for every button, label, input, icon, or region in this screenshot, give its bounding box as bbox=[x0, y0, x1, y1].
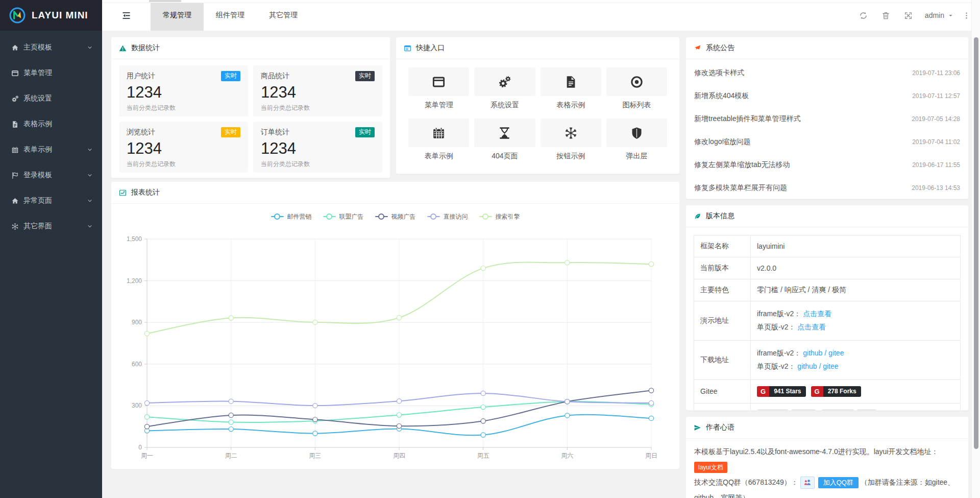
main-content: 数据统计 用户统计实时1234当前分类总记录数商品统计实时1234当前分类总记录… bbox=[102, 31, 972, 498]
announcement-date: 2019-07-05 14:28 bbox=[912, 115, 960, 123]
tab-bar: 常规管理组件管理其它管理 bbox=[151, 0, 310, 31]
stat-card-desc: 当前分类总记录数 bbox=[127, 104, 240, 112]
quick-entry-tile[interactable] bbox=[541, 67, 601, 96]
svg-text:周六: 周六 bbox=[561, 452, 573, 459]
sidebar-item-7[interactable]: 异常页面 bbox=[0, 188, 102, 214]
clear-cache-button[interactable] bbox=[875, 11, 897, 20]
tab-3[interactable]: 其它管理 bbox=[257, 0, 310, 31]
quick-entry-tile[interactable] bbox=[541, 118, 601, 147]
announcement-row-5[interactable]: 修复左侧菜单缩放tab无法移动2019-06-17 11:55 bbox=[686, 153, 968, 176]
fullscreen-icon bbox=[904, 11, 913, 20]
legend-item-4[interactable]: 直接访问 bbox=[427, 212, 468, 221]
legend-item-1[interactable]: 邮件营销 bbox=[271, 212, 312, 221]
panel-title: 系统公告 bbox=[706, 43, 734, 53]
quick-entry-tile[interactable] bbox=[606, 118, 667, 147]
tab-1[interactable]: 常规管理 bbox=[151, 0, 204, 31]
quick-entry-tile[interactable] bbox=[474, 118, 535, 147]
version-link[interactable]: gitee bbox=[828, 349, 844, 357]
legend-label: 直接访问 bbox=[444, 212, 468, 221]
svg-text:周二: 周二 bbox=[225, 452, 237, 459]
github-badge-count[interactable]: 440 bbox=[856, 410, 877, 411]
legend-item-5[interactable]: 搜索引擎 bbox=[479, 212, 520, 221]
quick-entry-label: 弹出层 bbox=[606, 152, 667, 161]
quick-entry-tile[interactable] bbox=[606, 67, 667, 96]
stat-card-3: 浏览统计实时1234当前分类总记录数 bbox=[119, 122, 248, 173]
announcement-row-3[interactable]: 新增treetable插件和菜单管理样式2019-07-05 14:28 bbox=[686, 107, 968, 130]
page-scrollbar[interactable] bbox=[971, 0, 980, 498]
version-link[interactable]: github bbox=[797, 362, 817, 370]
tab-2[interactable]: 组件管理 bbox=[204, 0, 257, 31]
github-star-button[interactable]: Star bbox=[757, 410, 789, 411]
stat-card-desc: 当前分类总记录数 bbox=[127, 160, 240, 169]
version-row-value: iframe版-v2： 点击查看单页版-v2： 点击查看 bbox=[751, 301, 961, 341]
announcement-row-1[interactable]: 修改选项卡样式2019-07-11 23:06 bbox=[686, 61, 968, 84]
version-link[interactable]: github bbox=[803, 349, 822, 357]
legend-item-3[interactable]: 视频广告 bbox=[375, 212, 416, 221]
gears-icon bbox=[10, 94, 19, 103]
quick-entry-label: 菜单管理 bbox=[408, 101, 469, 110]
sidebar-item-4[interactable]: 表格示例 bbox=[0, 111, 102, 137]
quick-entry-tile[interactable] bbox=[408, 67, 469, 96]
quick-entry-1[interactable]: 菜单管理 bbox=[408, 67, 469, 110]
refresh-button[interactable] bbox=[852, 11, 875, 20]
join-qq-group-button[interactable]: 加入QQ群 bbox=[818, 477, 859, 488]
quick-entry-2[interactable]: 系统设置 bbox=[474, 67, 535, 110]
github-badge-count[interactable]: 1,419 bbox=[791, 410, 816, 411]
quick-entry-6[interactable]: 404页面 bbox=[474, 118, 535, 161]
snowflake-icon bbox=[10, 222, 19, 230]
quick-entry-label: 系统设置 bbox=[474, 101, 535, 110]
version-row-value: layuimini bbox=[751, 235, 961, 257]
collapse-sidebar-button[interactable] bbox=[102, 0, 151, 31]
sidebar-item-label: 表格示例 bbox=[23, 120, 93, 129]
caret-down-icon bbox=[948, 13, 953, 18]
quick-entry-tile[interactable] bbox=[408, 118, 469, 147]
stat-card-title: 订单统计 bbox=[261, 128, 289, 137]
hourglass-icon bbox=[498, 126, 511, 140]
version-link[interactable]: 点击查看 bbox=[803, 310, 831, 318]
quick-entry-5[interactable]: 表单示例 bbox=[408, 118, 469, 161]
sidebar-item-5[interactable]: 表单示例 bbox=[0, 137, 102, 162]
announcements-header: 系统公告 bbox=[686, 37, 968, 59]
qq-group-icon[interactable] bbox=[800, 477, 815, 489]
user-menu[interactable]: admin bbox=[925, 11, 953, 19]
svg-text:周日: 周日 bbox=[645, 452, 657, 459]
stat-card-1: 用户统计实时1234当前分类总记录数 bbox=[119, 65, 248, 116]
quick-entry-3[interactable]: 表格示例 bbox=[541, 67, 601, 110]
layui-doc-badge[interactable]: layui文档 bbox=[694, 462, 727, 473]
legend-item-2[interactable]: 联盟广告 bbox=[323, 212, 364, 221]
fullscreen-button[interactable] bbox=[897, 11, 920, 20]
announcement-list: 修改选项卡样式2019-07-11 23:06新增系统404模板2019-07-… bbox=[686, 59, 968, 199]
topbar: 常规管理组件管理其它管理 admin bbox=[102, 0, 980, 31]
quick-entry-label: 按钮示例 bbox=[541, 152, 601, 161]
version-link[interactable]: 点击查看 bbox=[797, 323, 826, 331]
github-fork-button[interactable]: Fork bbox=[821, 410, 854, 411]
announcement-row-6[interactable]: 修复多模块菜单栏展开有问题2019-06-13 14:53 bbox=[686, 176, 968, 199]
sidebar-item-8[interactable]: 其它界面 bbox=[0, 214, 102, 239]
announcement-row-2[interactable]: 新增系统404模板2019-07-11 12:57 bbox=[686, 84, 968, 107]
panel-title: 快捷入口 bbox=[416, 43, 445, 53]
announcement-date: 2019-06-13 14:53 bbox=[912, 184, 960, 192]
sidebar-item-3[interactable]: 系统设置 bbox=[0, 86, 102, 111]
gitee-badge[interactable]: G941 Stars bbox=[757, 386, 806, 397]
tab-scrollbar-thumb[interactable] bbox=[149, 0, 181, 2]
stat-card-title: 用户统计 bbox=[127, 72, 155, 81]
author-text-2: 技术交流QQ群（667813249）： bbox=[694, 478, 798, 486]
panel-title: 版本信息 bbox=[706, 211, 734, 221]
tab-scrollbar[interactable] bbox=[102, 0, 980, 3]
sidebar-item-2[interactable]: 菜单管理 bbox=[0, 60, 102, 86]
github-badge-group: Star1,419 bbox=[757, 410, 816, 411]
quick-entry-tile[interactable] bbox=[474, 67, 535, 96]
legend-label: 邮件营销 bbox=[287, 212, 312, 221]
version-row-value: iframe版-v2： github / gitee单页版-v2： github… bbox=[751, 340, 961, 380]
page-scrollbar-thumb[interactable] bbox=[974, 37, 978, 449]
sidebar-item-label: 菜单管理 bbox=[23, 68, 93, 78]
sidebar-item-6[interactable]: 登录模板 bbox=[0, 162, 102, 188]
version-link[interactable]: gitee bbox=[823, 362, 838, 370]
quick-entry-7[interactable]: 按钮示例 bbox=[541, 118, 601, 161]
gitee-badge[interactable]: G278 Forks bbox=[811, 386, 861, 397]
announcement-row-4[interactable]: 修改logo缩放问题2019-07-04 11:02 bbox=[686, 130, 968, 153]
quick-entry-8[interactable]: 弹出层 bbox=[606, 118, 667, 161]
quick-entry-4[interactable]: 图标列表 bbox=[606, 67, 667, 110]
version-row-5: 下载地址iframe版-v2： github / gitee单页版-v2： gi… bbox=[694, 340, 961, 380]
sidebar-item-1[interactable]: 主页模板 bbox=[0, 35, 102, 60]
